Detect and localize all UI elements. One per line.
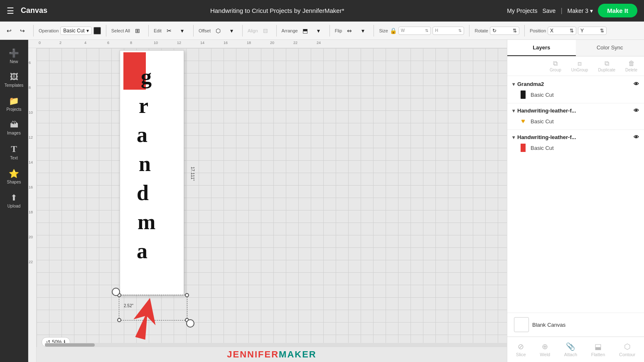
flip-label: Flip — [335, 28, 342, 33]
canvas[interactable]: g r a n d m a — [37, 48, 507, 362]
layer-item-leather-1-1[interactable]: ♥ Basic Cut — [507, 115, 644, 127]
selection-handle-br[interactable] — [185, 318, 189, 322]
layer-actions: ⧉ Group ⧈ UnGroup ⧉ Duplicate 🗑 Delete — [507, 56, 644, 76]
height-input[interactable]: 2.52 — [439, 28, 457, 34]
separator-1 — [33, 25, 34, 37]
svg-text:d: d — [137, 181, 149, 205]
svg-text:n: n — [139, 152, 151, 176]
shapes-icon: ⭐ — [9, 169, 19, 179]
my-projects-link[interactable]: My Projects — [507, 7, 537, 14]
edit-button[interactable]: ✂ — [163, 25, 175, 37]
delete-icon: 🗑 — [628, 60, 635, 67]
group-icon: ⧉ — [553, 60, 558, 67]
height-field[interactable]: H 2.52 ⇅ — [433, 27, 464, 35]
bottom-brand: JENNIFERMAKER — [37, 347, 507, 362]
width-input[interactable]: 17.111 — [406, 28, 424, 34]
machine-selector[interactable]: Maker 3 ▾ — [568, 7, 593, 14]
x-input[interactable]: 6.629 — [554, 28, 569, 34]
selection-handle-bl[interactable] — [117, 318, 121, 322]
upload-icon: ⬆ — [10, 193, 17, 203]
redo-button[interactable]: ↪ — [17, 25, 28, 37]
save-button[interactable]: Save — [542, 7, 556, 14]
sidebar-item-shapes[interactable]: ⭐ Shapes — [2, 165, 27, 188]
selection-handle-tr[interactable] — [185, 293, 189, 297]
canvas-content-svg: g r a n d m a — [120, 51, 184, 296]
width-stepper-icon[interactable]: ⇅ — [425, 28, 428, 33]
arrange-group: Arrange ⬒ ▾ — [282, 25, 324, 37]
document-title: Handwriting to Cricut Projects by Jennif… — [54, 7, 500, 14]
x-field[interactable]: X 6.629 ⇅ — [548, 27, 576, 35]
visibility-icon-leather-1[interactable]: 👁 — [634, 108, 639, 114]
flip-button[interactable]: ⇔ — [344, 25, 355, 37]
select-all-button[interactable]: ⊞ — [132, 25, 143, 37]
offset-label: Offset — [199, 28, 211, 33]
arrange-button[interactable]: ⬒ — [300, 25, 311, 37]
sidebar-item-projects[interactable]: 📁 Projects — [2, 93, 27, 115]
edit-chevron-icon[interactable]: ▾ — [177, 25, 188, 37]
sidebar-item-upload[interactable]: ⬆ Upload — [2, 189, 27, 212]
align-group: Align ⊟ — [248, 25, 271, 37]
make-it-button[interactable]: Make It — [598, 4, 637, 17]
operation-group: Operation Basic Cut ▾ — [39, 27, 101, 35]
sidebar-item-templates[interactable]: 🖼 Templates — [2, 69, 27, 91]
collapse-icon-leather-2: ▾ — [512, 135, 515, 140]
layer-item-leather-2-1[interactable]: Basic Cut — [507, 142, 644, 154]
ruler-mark-18: 18 — [247, 41, 251, 45]
visibility-icon-leather-2[interactable]: 👁 — [634, 134, 639, 140]
sidebar-item-text[interactable]: T Text — [2, 140, 27, 164]
svg-text:m: m — [138, 210, 155, 234]
height-stepper-icon[interactable]: ⇅ — [458, 28, 462, 33]
width-field[interactable]: W 17.111 ⇅ — [398, 27, 431, 35]
layers-list: ▾ Grandma2 👁 Basic Cut ▾ Handwriting-lea… — [507, 76, 644, 313]
select-all-label: Select All — [111, 28, 130, 33]
offset-chevron-icon[interactable]: ▾ — [226, 25, 237, 37]
duplicate-label: Duplicate — [598, 68, 615, 72]
rotate-input[interactable]: 90 — [497, 28, 512, 34]
attach-icon: 📎 — [566, 342, 575, 351]
flip-chevron-icon[interactable]: ▾ — [357, 25, 369, 37]
blank-canvas-area: Blank Canvas — [507, 313, 644, 337]
operation-chevron-icon: ▾ — [86, 28, 89, 34]
ruler-v-18: 18 — [29, 210, 33, 214]
separator-6 — [276, 25, 277, 37]
visibility-icon-grandma2[interactable]: 👁 — [634, 81, 639, 87]
ungroup-label: UnGroup — [571, 68, 588, 72]
scrollbar-horizontal[interactable] — [45, 343, 507, 347]
layer-group-header-grandma2[interactable]: ▾ Grandma2 👁 — [507, 79, 644, 89]
layer-group-grandma2: ▾ Grandma2 👁 Basic Cut — [507, 78, 644, 102]
y-stepper-icon[interactable]: ⇅ — [600, 28, 604, 34]
color-swatch[interactable] — [93, 27, 101, 34]
undo-redo-group: ↩ ↪ — [3, 25, 28, 37]
align-label: Align — [248, 28, 258, 33]
layer-thumb-black-rect — [521, 90, 526, 99]
scroll-thumb[interactable] — [45, 343, 95, 347]
layer-group-header-leather-1[interactable]: ▾ Handwriting-leather-f... 👁 — [507, 106, 644, 115]
sidebar-new-label: New — [10, 59, 18, 64]
ruler-v-22: 22 — [29, 260, 33, 264]
sidebar-item-new[interactable]: ➕ New — [2, 45, 27, 67]
contour-icon: ⬡ — [624, 342, 631, 351]
x-stepper-icon[interactable]: ⇅ — [570, 28, 574, 34]
rotate-field[interactable]: ↻ 90 ⇅ — [490, 27, 519, 35]
y-field[interactable]: Y 0 ⇅ — [578, 27, 607, 35]
ruler-v-8: 8 — [29, 86, 31, 90]
operation-select[interactable]: Basic Cut ▾ — [60, 27, 91, 35]
tab-layers[interactable]: Layers — [507, 40, 576, 56]
rotate-handle[interactable]: ↺ — [112, 288, 120, 296]
rotate-handle-br[interactable]: ↺ — [186, 319, 194, 328]
contour-label: Contour — [619, 352, 635, 357]
layer-item-grandma2-1[interactable]: Basic Cut — [507, 89, 644, 100]
flatten-label: Flatten — [591, 352, 605, 357]
y-input[interactable]: 0 — [585, 28, 599, 34]
undo-button[interactable]: ↩ — [3, 25, 15, 37]
offset-button[interactable]: ⬡ — [212, 25, 224, 37]
layer-group-header-leather-2[interactable]: ▾ Handwriting-leather-f... 👁 — [507, 132, 644, 142]
attach-label: Attach — [564, 352, 577, 357]
rotate-stepper-icon[interactable]: ⇅ — [513, 28, 517, 34]
sidebar-item-images[interactable]: 🏔 Images — [2, 117, 27, 139]
lock-icon[interactable]: 🔒 — [390, 27, 397, 34]
menu-icon[interactable]: ☰ — [7, 6, 14, 16]
arrange-chevron-icon[interactable]: ▾ — [313, 25, 324, 37]
tab-color-sync[interactable]: Color Sync — [576, 40, 644, 56]
templates-icon: 🖼 — [10, 72, 18, 82]
